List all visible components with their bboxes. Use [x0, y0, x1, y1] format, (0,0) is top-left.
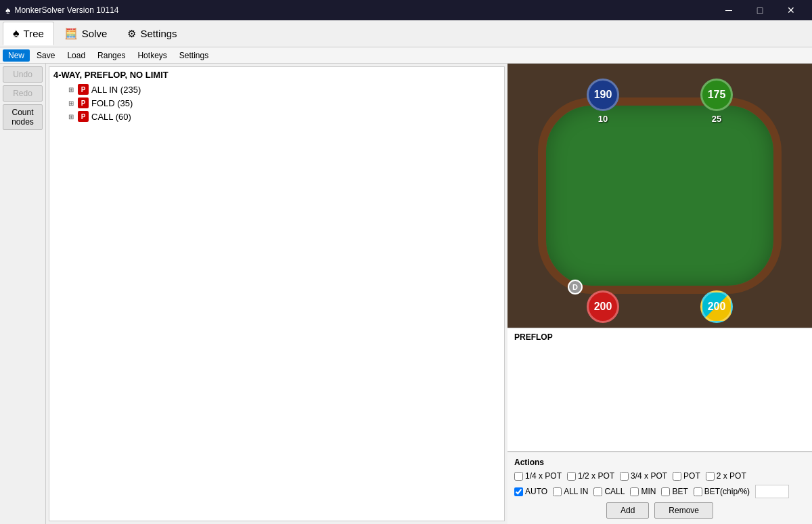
menu-save[interactable]: Save	[31, 49, 60, 62]
dealer-button: D	[568, 280, 583, 294]
actions-panel: Actions 1/4 x POT 1/2 x POT 3/4 x POT	[508, 451, 812, 524]
checkbox-bet-input[interactable]	[661, 487, 670, 496]
actions-row-1: 1/4 x POT 1/2 x POT 3/4 x POT POT 2 x PO…	[514, 471, 805, 481]
menu-bar: New Save Load Ranges Hotkeys Settings	[0, 47, 812, 64]
close-button[interactable]: ✕	[775, 0, 807, 20]
menu-ranges[interactable]: Ranges	[92, 49, 131, 62]
player-2: 175 25	[700, 79, 733, 124]
checkbox-pot-label: POT	[683, 471, 700, 481]
checkbox-quarter-pot-label: 1/4 x POT	[525, 471, 562, 481]
redo-button[interactable]: Redo	[3, 85, 43, 102]
tree-root-label: 4-WAY, PREFLOP, NO LIMIT	[53, 70, 168, 80]
settings-tab-icon: ⚙	[127, 28, 136, 40]
checkbox-call[interactable]: CALL	[593, 487, 625, 496]
player-2-stack: 175	[708, 89, 726, 101]
checkbox-two-pot-input[interactable]	[706, 472, 715, 481]
checkbox-min-input[interactable]	[630, 487, 639, 496]
p-badge-fold: P	[78, 97, 89, 108]
tree-area: Undo Redo Count nodes 4-WAY, PREFLOP, NO…	[0, 64, 508, 524]
player-4-stack: 200	[708, 301, 726, 313]
checkbox-quarter-pot[interactable]: 1/4 x POT	[514, 471, 562, 481]
checkbox-all-in-input[interactable]	[553, 487, 562, 496]
checkbox-call-label: CALL	[604, 487, 625, 496]
checkbox-bet-chip[interactable]: BET(chip/%)	[694, 487, 750, 496]
checkbox-two-pot[interactable]: 2 x POT	[706, 471, 746, 481]
player-2-chip: 175	[700, 79, 733, 111]
undo-button[interactable]: Undo	[3, 66, 43, 83]
tree-item-call-label: CALL (60)	[91, 112, 131, 122]
checkbox-three-quarter-pot-label: 3/4 x POT	[631, 471, 667, 481]
tree-content[interactable]: 4-WAY, PREFLOP, NO LIMIT ⊞ P ALL IN (235…	[49, 66, 505, 521]
checkbox-bet-chip-input[interactable]	[694, 487, 702, 496]
player-1: 190 10	[587, 79, 619, 124]
player-3-chip: 200	[587, 290, 619, 323]
checkbox-half-pot-input[interactable]	[567, 472, 576, 481]
checkbox-bet-label: BET	[672, 487, 687, 496]
tree-item-all-in-label: ALL IN (235)	[91, 85, 141, 95]
checkbox-min[interactable]: MIN	[630, 487, 656, 496]
checkbox-call-input[interactable]	[593, 487, 602, 496]
p-badge-all-in: P	[78, 84, 89, 95]
actions-buttons: Add Remove	[514, 502, 805, 519]
menu-load[interactable]: Load	[62, 49, 91, 62]
bet-chip-value-input[interactable]	[755, 485, 789, 498]
p-badge-call: P	[78, 111, 89, 122]
tree-tab-icon: ♠	[13, 26, 20, 41]
tab-settings[interactable]: ⚙ Settings	[117, 23, 187, 45]
actions-title: Actions	[514, 458, 805, 467]
checkbox-all-in-label: ALL IN	[564, 487, 588, 496]
player-3: D 200	[587, 280, 619, 323]
poker-table: 190 10 175 25 D 200	[538, 97, 782, 294]
left-panel: Undo Redo Count nodes 4-WAY, PREFLOP, NO…	[0, 64, 508, 524]
tab-tree[interactable]: ♠ Tree	[3, 22, 54, 45]
menu-settings[interactable]: Settings	[174, 49, 214, 62]
checkbox-pot-input[interactable]	[673, 472, 681, 481]
table-area: 190 10 175 25 D 200	[508, 64, 812, 328]
checkbox-quarter-pot-input[interactable]	[514, 472, 523, 481]
remove-button[interactable]: Remove	[654, 502, 713, 519]
menu-hotkeys[interactable]: Hotkeys	[132, 49, 172, 62]
checkbox-auto[interactable]: AUTO	[514, 487, 547, 496]
checkbox-auto-input[interactable]	[514, 487, 523, 496]
main-layout: Undo Redo Count nodes 4-WAY, PREFLOP, NO…	[0, 64, 812, 524]
checkbox-half-pot-label: 1/2 x POT	[578, 471, 614, 481]
tree-item-fold-label: FOLD (35)	[91, 98, 133, 108]
sidebar-buttons: Undo Redo Count nodes	[0, 64, 46, 524]
solve-tab-label: Solve	[82, 28, 108, 39]
tree-item-call[interactable]: ⊞ P CALL (60)	[49, 110, 504, 123]
settings-tab-label: Settings	[140, 28, 177, 39]
checkbox-min-label: MIN	[641, 487, 656, 496]
expand-icon-all-in: ⊞	[68, 86, 74, 93]
maximize-button[interactable]: □	[744, 0, 775, 20]
player-2-bet: 25	[712, 114, 721, 124]
checkbox-half-pot[interactable]: 1/2 x POT	[567, 471, 614, 481]
player-3-stack: 200	[594, 301, 612, 313]
checkbox-two-pot-label: 2 x POT	[717, 471, 746, 481]
app-title: MonkerSolver Version 10114	[14, 5, 118, 15]
main-toolbar: ♠ Tree 🧮 Solve ⚙ Settings	[0, 20, 812, 47]
checkbox-pot[interactable]: POT	[673, 471, 700, 481]
menu-new[interactable]: New	[3, 49, 30, 62]
checkbox-bet-chip-label: BET(chip/%)	[704, 487, 750, 496]
checkbox-all-in[interactable]: ALL IN	[553, 487, 588, 496]
count-nodes-button[interactable]: Count nodes	[3, 104, 43, 130]
player-1-bet: 10	[598, 114, 608, 124]
right-panel: 190 10 175 25 D 200	[508, 64, 812, 524]
actions-row-2: AUTO ALL IN CALL MIN BET	[514, 485, 805, 498]
app-icon: ♠	[5, 5, 10, 16]
tree-tab-label: Tree	[24, 28, 44, 39]
tree-item-all-in[interactable]: ⊞ P ALL IN (235)	[49, 83, 504, 96]
minimize-button[interactable]: ─	[713, 0, 744, 20]
player-1-chip: 190	[587, 79, 619, 111]
tab-solve[interactable]: 🧮 Solve	[54, 22, 118, 45]
expand-icon-call: ⊞	[68, 113, 74, 121]
tree-root[interactable]: 4-WAY, PREFLOP, NO LIMIT	[49, 67, 504, 83]
player-4-chip: 200	[700, 290, 733, 323]
titlebar-controls: ─ □ ✕	[713, 0, 807, 20]
player-4: 200	[700, 290, 733, 323]
checkbox-three-quarter-pot-input[interactable]	[620, 472, 629, 481]
checkbox-bet[interactable]: BET	[661, 487, 687, 496]
tree-item-fold[interactable]: ⊞ P FOLD (35)	[49, 96, 504, 110]
add-button[interactable]: Add	[606, 502, 649, 519]
checkbox-three-quarter-pot[interactable]: 3/4 x POT	[620, 471, 667, 481]
